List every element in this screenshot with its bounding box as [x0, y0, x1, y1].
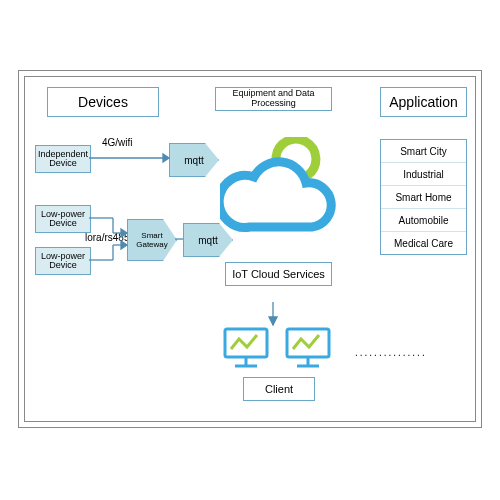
- svg-rect-16: [287, 329, 329, 357]
- box-smart-gateway: Smart Gateway: [127, 219, 177, 261]
- cloud-icon: [220, 137, 340, 247]
- heading-processing: Equipment and Data Processing: [215, 87, 332, 111]
- label-lora-rs485: lora/rs485: [85, 232, 129, 243]
- svg-marker-1: [163, 154, 169, 162]
- diagram-frame-inner: Devices Equipment and Data Processing Ap…: [24, 76, 476, 422]
- diagram-frame-outer: Devices Equipment and Data Processing Ap…: [18, 70, 482, 428]
- heading-application: Application: [380, 87, 467, 117]
- svg-marker-12: [269, 317, 277, 325]
- label-iot-cloud: IoT Cloud Services: [225, 262, 332, 286]
- ellipsis: ...............: [355, 347, 427, 358]
- svg-rect-13: [225, 329, 267, 357]
- box-mqtt-1: mqtt: [169, 143, 219, 177]
- app-item-1: Industrial: [381, 162, 466, 185]
- label-4g-wifi: 4G/wifi: [102, 137, 133, 148]
- label-client: Client: [243, 377, 315, 401]
- heading-devices: Devices: [47, 87, 159, 117]
- monitor-icon-2: [283, 325, 333, 371]
- box-independent-device: Independent Device: [35, 145, 91, 173]
- app-item-2: Smart Home: [381, 185, 466, 208]
- box-low-power-device-2: Low-power Device: [35, 247, 91, 275]
- box-low-power-device-1: Low-power Device: [35, 205, 91, 233]
- application-list: Smart City Industrial Smart Home Automob…: [380, 139, 467, 255]
- app-item-3: Automobile: [381, 208, 466, 231]
- app-item-4: Medical Care: [381, 231, 466, 254]
- app-item-0: Smart City: [381, 140, 466, 162]
- monitor-icon-1: [221, 325, 271, 371]
